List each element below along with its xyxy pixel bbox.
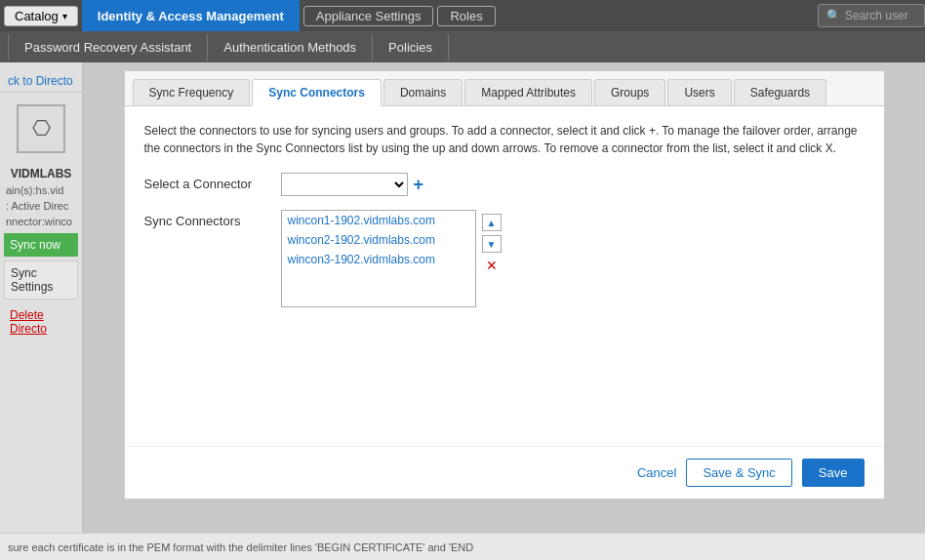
select-connector-label: Select a Connector: [144, 173, 281, 191]
sync-settings-button[interactable]: Sync Settings: [4, 260, 78, 300]
iam-nav-item[interactable]: Identity & Access Management: [82, 0, 300, 31]
sync-order-controls: ▲ ▼ ✕: [482, 210, 502, 274]
roles-nav-button[interactable]: Roles: [437, 6, 495, 26]
content-area: Sync Frequency Sync Connectors Domains M…: [83, 62, 925, 560]
list-item[interactable]: wincon1-1902.vidmlabs.com: [282, 211, 475, 230]
directory-name: VIDMLABS: [0, 165, 82, 182]
search-icon: 🔍: [826, 9, 841, 22]
tab-groups[interactable]: Groups: [594, 79, 665, 105]
save-sync-button[interactable]: Save & Sync: [686, 459, 791, 487]
back-to-directory-link[interactable]: ck to Directo: [0, 70, 82, 93]
main-area: ck to Directo ⎔ VIDMLABS ain(s):hs.vid :…: [0, 62, 925, 560]
sync-connectors-row: Sync Connectors wincon1-1902.vidmlabs.co…: [144, 210, 865, 307]
move-up-button[interactable]: ▲: [482, 214, 502, 231]
catalog-dropdown-icon: ▾: [62, 11, 67, 21]
delete-directory-button[interactable]: Delete Directo: [4, 303, 78, 340]
tab-sync-frequency[interactable]: Sync Frequency: [133, 79, 251, 105]
catalog-label: Catalog: [15, 9, 59, 23]
tab-users[interactable]: Users: [667, 79, 731, 105]
sidebar: ck to Directo ⎔ VIDMLABS ain(s):hs.vid :…: [0, 62, 83, 560]
tab-safeguards[interactable]: Safeguards: [734, 79, 826, 105]
bottom-bar: sure each certificate is in the PEM form…: [0, 533, 925, 560]
sync-connectors-list[interactable]: wincon1-1902.vidmlabs.com wincon2-1902.v…: [281, 210, 476, 307]
dialog-tabs: Sync Frequency Sync Connectors Domains M…: [125, 71, 884, 106]
remove-connector-button[interactable]: ✕: [482, 257, 502, 274]
list-item[interactable]: wincon3-1902.vidmlabs.com: [282, 250, 475, 269]
top-nav: Catalog ▾ Identity & Access Management A…: [0, 0, 925, 31]
list-item[interactable]: wincon2-1902.vidmlabs.com: [282, 230, 475, 250]
dialog-body: Select the connectors to use for syncing…: [125, 106, 884, 337]
dialog: Sync Frequency Sync Connectors Domains M…: [124, 70, 885, 500]
search-user-area: 🔍: [818, 4, 925, 27]
search-user-input[interactable]: [845, 9, 923, 22]
select-connector-control: +: [281, 173, 424, 196]
type-info: : Active Direc: [0, 198, 82, 214]
select-connector-row: Select a Connector +: [144, 173, 865, 196]
sync-connectors-label: Sync Connectors: [144, 210, 281, 228]
catalog-button[interactable]: Catalog ▾: [4, 6, 78, 26]
dialog-footer: Cancel Save & Sync Save: [125, 446, 884, 499]
appliance-nav-button[interactable]: Appliance Settings: [303, 6, 434, 26]
move-down-button[interactable]: ▼: [482, 235, 502, 253]
add-connector-button[interactable]: +: [414, 176, 424, 193]
sidebar-item-authentication-methods[interactable]: Authentication Methods: [208, 34, 373, 60]
sidebar-item-policies[interactable]: Policies: [373, 34, 449, 60]
tab-domains[interactable]: Domains: [383, 79, 462, 105]
tab-sync-connectors[interactable]: Sync Connectors: [252, 79, 382, 106]
connector-info: nnector:winco: [0, 214, 82, 229]
sidebar-item-password-recovery[interactable]: Password Recovery Assistant: [8, 34, 208, 60]
cancel-button[interactable]: Cancel: [637, 465, 676, 480]
sync-now-button[interactable]: Sync now: [4, 233, 78, 257]
save-button[interactable]: Save: [802, 459, 865, 487]
second-nav: Password Recovery Assistant Authenticati…: [0, 31, 925, 62]
dialog-description: Select the connectors to use for syncing…: [144, 122, 865, 157]
domain-info: ain(s):hs.vid: [0, 182, 82, 198]
directory-icon: ⎔: [17, 104, 65, 153]
connector-select[interactable]: [281, 173, 408, 196]
tab-mapped-attributes[interactable]: Mapped Attributes: [464, 79, 592, 105]
sync-connectors-area: wincon1-1902.vidmlabs.com wincon2-1902.v…: [281, 210, 502, 307]
